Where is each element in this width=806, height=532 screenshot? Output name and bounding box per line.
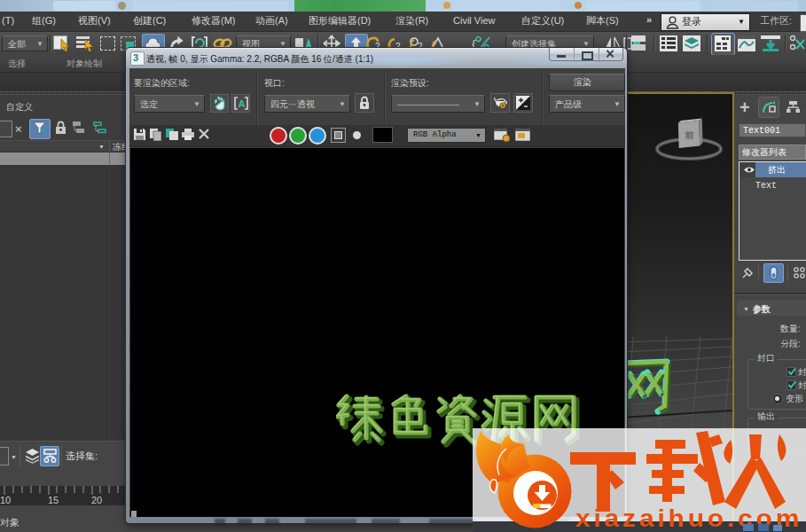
svg-text:前: 前 [684,130,694,140]
svg-text:20: 20 [91,495,102,505]
svg-text:15: 15 [48,495,59,505]
svg-text:A: A [239,98,246,109]
svg-text:10: 10 [0,495,11,505]
